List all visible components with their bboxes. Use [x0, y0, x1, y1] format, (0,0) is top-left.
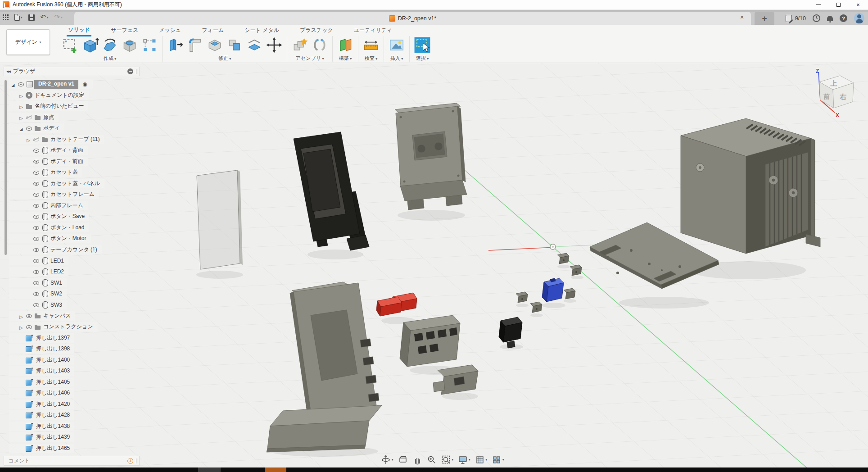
tree-row[interactable]: SW1 — [9, 278, 67, 287]
tree-row[interactable]: 押し出し1438 — [9, 422, 74, 431]
visibility-eye-icon[interactable] — [33, 302, 40, 308]
part-body-back-panel[interactable] — [395, 103, 467, 210]
ribbon-tab[interactable]: プラスチック — [298, 26, 335, 36]
pan-button[interactable] — [411, 454, 424, 465]
visibility-eye-icon[interactable] — [33, 136, 40, 142]
tree-row[interactable]: ボディ・前面 — [9, 157, 88, 166]
tree-row[interactable]: LED2 — [9, 267, 68, 277]
tree-expand-arrow[interactable] — [18, 322, 24, 331]
tree-row[interactable]: カセット蓋・パネル — [9, 179, 104, 188]
look-at-button[interactable] — [397, 454, 409, 465]
modify-group-label[interactable]: 修正 — [218, 55, 231, 62]
help-icon[interactable]: ? — [840, 14, 847, 22]
visibility-eye-icon[interactable] — [33, 191, 40, 198]
job-status-button[interactable]: 9/10 — [786, 15, 806, 22]
tree-row[interactable]: ボタン・Save — [9, 212, 89, 221]
shell-icon[interactable] — [206, 36, 223, 54]
tree-row[interactable]: 押し出し1406 — [9, 388, 74, 398]
workspace-selector[interactable]: デザイン▾ — [6, 29, 50, 55]
tree-row[interactable]: 押し出し1398 — [9, 344, 74, 354]
create-group-label[interactable]: 作成 — [104, 55, 117, 62]
tree-row[interactable]: ボディ・背面 — [9, 145, 88, 155]
viewports-button[interactable]: ▾ — [490, 454, 506, 465]
select-group-label[interactable]: 選択 — [416, 55, 429, 62]
tree-row[interactable]: 押し出し1439 — [9, 432, 74, 442]
visibility-eye-icon[interactable] — [33, 213, 40, 220]
tree-expand-arrow[interactable] — [18, 91, 24, 100]
visibility-eye-icon[interactable] — [26, 313, 32, 319]
visibility-eye-icon[interactable] — [33, 180, 40, 186]
tree-row[interactable]: キャンバス — [9, 311, 75, 321]
tree-row[interactable]: ボディ — [9, 123, 64, 133]
tree-row[interactable]: カセット蓋 — [9, 168, 82, 177]
browser-header[interactable]: ◀◀ ブラウザ — [4, 67, 140, 76]
visibility-eye-icon[interactable] — [33, 224, 40, 231]
visibility-eye-icon[interactable] — [33, 236, 40, 242]
tree-row[interactable]: コンストラクション — [9, 322, 98, 331]
part-case-shell[interactable] — [681, 118, 820, 254]
tree-expand-arrow[interactable] — [10, 80, 16, 88]
ribbon-tab[interactable]: フォーム — [200, 26, 225, 36]
app-launcher-icon[interactable] — [3, 14, 9, 20]
part-button-block[interactable] — [400, 315, 460, 367]
fit-button[interactable]: ▾ — [440, 454, 455, 465]
tree-row[interactable]: テープカウンタ (1) — [9, 245, 102, 254]
tree-row[interactable]: 押し出し1400 — [9, 355, 74, 365]
notifications-bell-icon[interactable] — [827, 16, 833, 21]
tree-row[interactable]: 内部フレーム — [9, 201, 88, 210]
visibility-eye-icon[interactable] — [26, 125, 32, 132]
offset-face-icon[interactable] — [246, 36, 263, 54]
pattern-icon[interactable] — [141, 36, 158, 54]
visibility-eye-icon[interactable] — [33, 147, 40, 154]
press-pull-icon[interactable] — [167, 36, 184, 54]
tree-expand-arrow[interactable] — [18, 312, 24, 320]
tree-row[interactable]: 押し出し1403 — [9, 366, 74, 376]
comment-bar[interactable]: コメント + — [4, 456, 140, 466]
visibility-eye-icon[interactable] — [33, 246, 40, 253]
fillet-icon[interactable] — [186, 36, 203, 54]
insert-image-icon[interactable] — [388, 36, 405, 54]
close-button[interactable]: × — [848, 0, 868, 9]
tree-row[interactable]: ボタン・Motor — [9, 234, 91, 243]
redo-button[interactable]: ↷▾ — [54, 14, 63, 21]
part-blue-servo[interactable] — [542, 278, 564, 302]
joint-icon[interactable] — [311, 36, 328, 54]
zoom-button[interactable] — [425, 454, 438, 465]
comment-drag-grip[interactable] — [136, 458, 137, 463]
tree-expand-arrow[interactable] — [18, 102, 24, 110]
tree-row[interactable]: 原点 — [9, 113, 59, 122]
construction-plane-icon[interactable] — [337, 36, 354, 54]
measure-icon[interactable] — [362, 36, 380, 54]
visibility-eye-icon[interactable] — [33, 258, 40, 264]
visibility-eye-icon[interactable] — [33, 290, 40, 297]
select-tool-icon[interactable] — [414, 36, 431, 54]
tree-expand-arrow[interactable] — [18, 113, 24, 122]
maximize-button[interactable] — [828, 0, 848, 9]
tree-expand-arrow[interactable] — [26, 135, 31, 144]
ribbon-tab[interactable]: ソリッド — [67, 25, 91, 36]
visibility-eye-icon[interactable] — [26, 324, 32, 330]
display-settings-button[interactable]: ▾ — [457, 454, 472, 465]
revolve-icon[interactable] — [101, 36, 118, 54]
tree-row[interactable]: カセットフレーム — [9, 190, 99, 199]
browser-collapse-icon[interactable]: ◀◀ — [6, 70, 10, 73]
add-comment-icon[interactable]: + — [127, 458, 133, 464]
browser-scrollbar[interactable] — [5, 80, 7, 255]
hole-icon[interactable] — [121, 36, 138, 54]
visibility-eye-icon[interactable] — [33, 202, 40, 209]
taskbar-app-segment[interactable] — [198, 467, 221, 472]
document-tab[interactable]: DR-2_open v1* × — [74, 12, 751, 25]
taskbar-active-app-segment[interactable] — [265, 467, 286, 472]
view-cube[interactable]: 上 右 前 Z X — [807, 66, 865, 124]
tree-row[interactable]: 名前の付いたビュー — [9, 101, 88, 111]
browser-minimize-icon[interactable] — [127, 68, 133, 74]
tree-row[interactable]: 押し出し1397 — [9, 333, 74, 343]
tab-close-icon[interactable]: × — [737, 14, 746, 21]
tree-row[interactable]: ドキュメントの設定 — [9, 91, 89, 100]
tree-row[interactable]: SW3 — [9, 300, 67, 309]
ribbon-tab[interactable]: ユーティリティ — [353, 26, 394, 36]
tree-row[interactable]: 押し出し1420 — [9, 399, 74, 409]
new-tab-button[interactable]: + — [755, 12, 774, 25]
assemble-group-label[interactable]: アセンブリ — [296, 55, 324, 62]
extrude-icon[interactable] — [81, 36, 99, 54]
